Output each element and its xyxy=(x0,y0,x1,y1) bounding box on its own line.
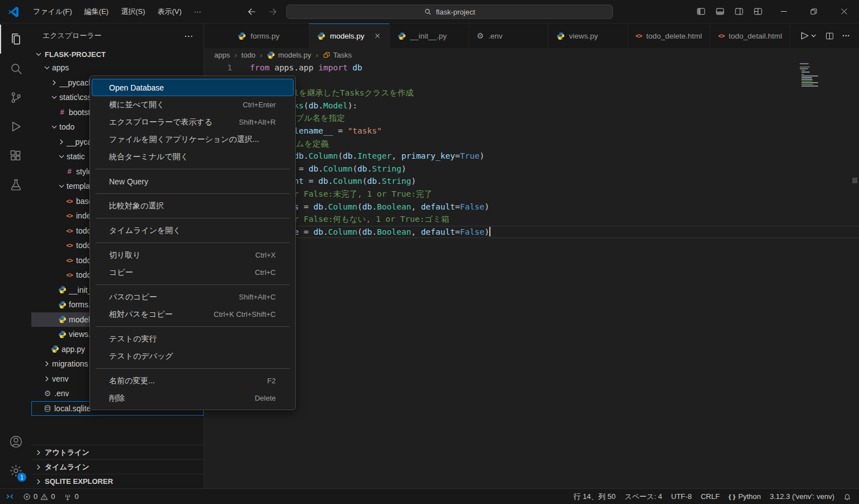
activity-run-and-debug[interactable] xyxy=(0,112,31,141)
minimap[interactable] xyxy=(800,63,825,87)
tree-item-label: venv xyxy=(52,374,69,383)
tab-label: todo_delete.html xyxy=(646,32,702,40)
editor-more-actions[interactable]: ··· xyxy=(840,27,852,44)
code-line-1[interactable]: from apps.app import db xyxy=(250,61,859,74)
code-line-13[interactable]: # 0 or False:何もない, 1 or True:ゴミ箱 xyxy=(250,213,859,226)
tab-forms[interactable]: forms.py xyxy=(230,23,309,48)
status-problems[interactable]: 00 xyxy=(18,489,59,504)
context-menu: Open Database横に並べて開くCtrl+Enterエクスプローラーで表… xyxy=(89,75,296,410)
tab-views[interactable]: views.py xyxy=(549,23,628,48)
panel-sqlite-explorer[interactable]: SQLITE EXPLORER xyxy=(31,474,204,488)
status-encoding[interactable]: UTF-8 xyxy=(667,489,696,504)
code-line-6[interactable]: __tablename__ = "tasks" xyxy=(250,125,859,137)
code-line-12[interactable]: status = db.Column(db.Boolean, default=F… xyxy=(250,201,859,213)
activity-explorer[interactable] xyxy=(0,25,31,54)
context-menu-item-new-query[interactable]: New Query xyxy=(92,173,294,190)
tab-init[interactable]: __init__.py xyxy=(390,23,469,48)
project-root[interactable]: FLASK-PROJECT xyxy=(31,48,204,60)
status-ports[interactable]: 0 xyxy=(59,489,83,504)
forward-button[interactable] xyxy=(267,6,279,17)
code-line-7[interactable]: # カラムを定義 xyxy=(250,137,859,150)
context-menu-item-copy[interactable]: コピーCtrl+C xyxy=(92,264,294,281)
status-eol[interactable]: CRLF xyxy=(696,489,724,504)
split-editor-button[interactable] xyxy=(823,27,837,44)
menu-item-label: Open Database xyxy=(109,83,164,92)
close-button[interactable] xyxy=(829,0,859,23)
status-language-mode[interactable]: { }Python xyxy=(724,489,766,504)
project-root-label: FLASK-PROJECT xyxy=(45,50,106,59)
html-icon: <> xyxy=(64,242,75,249)
panel-timeline[interactable]: タイムライン xyxy=(31,459,204,474)
run-button[interactable] xyxy=(797,27,819,44)
context-menu-item-reveal-in-file-explorer[interactable]: エクスプローラーで表示するShift+Alt+R xyxy=(92,113,294,131)
context-menu-item-copy-path[interactable]: パスのコピーShift+Alt+C xyxy=(92,288,294,306)
menu-file[interactable]: ファイル(F) xyxy=(27,4,78,20)
context-menu-item-open-timeline[interactable]: タイムラインを開く xyxy=(92,222,294,239)
breadcrumb-todo[interactable]: todo xyxy=(242,51,256,59)
activity-extensions[interactable] xyxy=(0,141,31,170)
context-menu-item-debug-tests[interactable]: テストのデバッグ xyxy=(92,348,294,365)
tab-label: __init__.py xyxy=(410,32,447,40)
tree-item-apps[interactable]: apps xyxy=(31,60,204,75)
tab-env[interactable]: ⚙.env xyxy=(469,23,549,48)
tab-models[interactable]: models.py xyxy=(309,23,390,48)
tab-todo-delete[interactable]: <>todo_delete.html xyxy=(628,23,711,48)
breadcrumb-models-py[interactable]: models.py xyxy=(267,51,311,59)
tab-todo-detail[interactable]: <>todo_detail.html xyxy=(710,23,790,48)
code-line-4[interactable]: class Tasks(db.Model): xyxy=(250,99,859,112)
code-line-5[interactable]: # テーブル名を指定 xyxy=(250,112,859,125)
context-menu-item-select-for-compare[interactable]: 比較対象の選択 xyxy=(92,197,294,215)
titlebar: ファイル(F)編集(E)選択(S)表示(V)··· flask-project xyxy=(0,0,859,23)
menu-item-label: パスのコピー xyxy=(109,292,157,302)
activity-source-control[interactable] xyxy=(0,83,31,112)
toggle-secondary-sidebar-icon[interactable] xyxy=(734,7,744,16)
toggle-sidebar-icon[interactable] xyxy=(696,7,706,16)
close-icon[interactable] xyxy=(374,32,381,40)
context-menu-item-cut[interactable]: 切り取りCtrl+X xyxy=(92,246,294,264)
context-menu-item-rename[interactable]: 名前の変更...F2 xyxy=(92,372,294,389)
activity-settings[interactable]: 1 xyxy=(0,456,31,485)
activity-testing[interactable] xyxy=(0,170,31,199)
context-menu-item-open-database[interactable]: Open Database xyxy=(92,79,294,96)
menu-view[interactable]: 表示(V) xyxy=(152,4,188,20)
status-notifications[interactable] xyxy=(839,489,856,504)
minimize-button[interactable] xyxy=(768,0,799,23)
code-editor[interactable]: 1234567891011121314 from apps.app import… xyxy=(204,61,859,488)
status-indentation[interactable]: スペース: 4 xyxy=(620,489,667,504)
code-line-3[interactable]: # db.Modelを継承したTasksクラスを作成 xyxy=(250,87,859,99)
activity-accounts[interactable] xyxy=(0,427,31,456)
code-line-11[interactable]: # 0 or False:未完了, 1 or True:完了 xyxy=(250,188,859,201)
menu-selection[interactable]: 選択(S) xyxy=(115,4,151,20)
status-python-version[interactable]: 3.12.3 ('venv': venv) xyxy=(765,489,839,504)
restore-button[interactable] xyxy=(799,0,829,23)
context-menu-item-open-with[interactable]: ファイルを開くアプリケーションの選択... xyxy=(92,131,294,148)
status-cursor-position[interactable]: 行 14、列 50 xyxy=(569,489,620,504)
context-menu-item-copy-relative-path[interactable]: 相対パスをコピーCtrl+K Ctrl+Shift+C xyxy=(92,306,294,323)
code-line-8[interactable]: id = db.Column(db.Integer, primary_key=T… xyxy=(250,150,859,163)
code-line-10[interactable]: content = db.Column(db.String) xyxy=(250,175,859,188)
chevron-down-icon xyxy=(42,63,52,72)
back-button[interactable] xyxy=(246,6,257,17)
toggle-panel-icon[interactable] xyxy=(715,7,725,16)
breadcrumb-tasks[interactable]: Tasks xyxy=(323,51,352,59)
menu-more[interactable]: ··· xyxy=(188,4,207,20)
command-center-search[interactable]: flask-project xyxy=(286,4,613,19)
breadcrumb-apps[interactable]: apps xyxy=(214,51,230,59)
status-remote[interactable] xyxy=(1,489,18,504)
context-menu-item-run-tests[interactable]: テストの実行 xyxy=(92,330,294,348)
customize-layout-icon[interactable] xyxy=(753,7,763,16)
code-line-9[interactable]: title = db.Column(db.String) xyxy=(250,163,859,175)
search-value: flask-project xyxy=(436,8,475,16)
menu-edit[interactable]: 編集(E) xyxy=(78,4,115,20)
context-menu-item-delete[interactable]: 削除Delete xyxy=(92,389,294,407)
code-line-14[interactable]: delete = db.Column(db.Boolean, default=F… xyxy=(250,226,859,239)
code-line-2[interactable] xyxy=(250,74,859,87)
context-menu-item-open-to-side[interactable]: 横に並べて開くCtrl+Enter xyxy=(92,96,294,113)
activity-search[interactable] xyxy=(0,54,31,83)
breadcrumb-separator: › xyxy=(260,51,262,59)
sidebar-more-actions[interactable]: ··· xyxy=(185,32,193,40)
menu-item-shortcut: Shift+Alt+R xyxy=(239,118,276,126)
context-menu-item-open-in-integrated-terminal[interactable]: 統合ターミナルで開く xyxy=(92,148,294,165)
breadcrumb-label: models.py xyxy=(278,51,311,59)
panel-outline[interactable]: アウトライン xyxy=(31,445,204,459)
